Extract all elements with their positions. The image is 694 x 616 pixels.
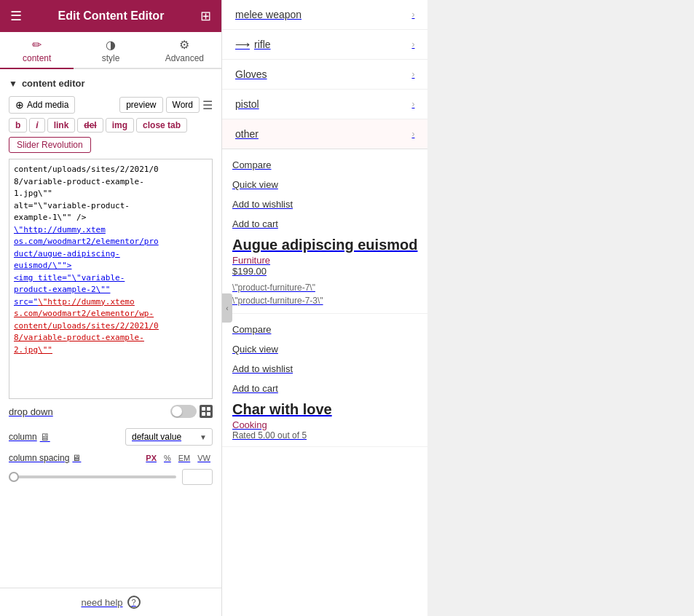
tab-advanced-label: Advanced	[165, 53, 204, 63]
menu-list: melee weapon › ⟶ rifle › Gloves › pistol…	[222, 0, 427, 149]
spacing-range-input[interactable]	[9, 475, 176, 478]
section-label: content editor	[22, 78, 85, 89]
tab-content[interactable]: ✏ content	[0, 32, 74, 69]
close-tab-button[interactable]: close tab	[136, 118, 187, 133]
lines-icon[interactable]: ☰	[202, 98, 213, 112]
product-1-image-2: \"product-furniture-7-3\"	[232, 294, 417, 307]
section-header: ▼ content editor	[9, 78, 213, 89]
unit-em[interactable]: EM	[176, 453, 193, 463]
menu-icon[interactable]: ☰	[10, 8, 22, 24]
left-panel: ☰ Edit Content Editor ⊞ ✏ content ◑ styl…	[0, 0, 222, 616]
right-panel: melee weapon › ⟶ rifle › Gloves › pistol…	[222, 0, 427, 616]
editor-toolbar: ⊕ Add media preview Word ☰	[9, 96, 213, 114]
panel-body: ▼ content editor ⊕ Add media preview Wor…	[0, 69, 221, 588]
product-2-rating: Rated 5.00 out of 5	[232, 430, 417, 441]
quick-view-action-2[interactable]: Quick view	[232, 339, 417, 359]
section-arrow[interactable]: ▼	[9, 79, 17, 89]
monitor-spacing-icon: 🖥	[72, 453, 81, 463]
tab-style-label: style	[102, 53, 120, 63]
toggle-switch[interactable]	[170, 405, 213, 418]
column-label: column 🖥	[9, 431, 125, 443]
unit-px[interactable]: PX	[143, 453, 159, 463]
column-select-wrapper: default value 1 2 3 4 ▼	[125, 428, 213, 446]
product-1-category: Furniture	[232, 255, 417, 266]
tab-advanced[interactable]: ⚙ Advanced	[148, 32, 221, 69]
unit-vw[interactable]: VW	[195, 453, 213, 463]
preview-button[interactable]: preview	[119, 97, 162, 113]
menu-item-other-label: other	[235, 128, 259, 140]
product-1-image-1: \"product-furniture-7\"	[232, 281, 417, 294]
column-select[interactable]: default value 1 2 3 4	[125, 428, 213, 446]
toggle-grid-icon	[200, 405, 213, 418]
menu-item-rifle-icon: ⟶	[235, 39, 250, 50]
compare-action-2[interactable]: Compare	[232, 320, 417, 339]
help-button[interactable]: ?	[127, 596, 141, 609]
bold-button[interactable]: b	[9, 118, 27, 133]
product-1-price: $199.00	[232, 266, 417, 277]
dropdown-row: drop down	[9, 405, 213, 418]
link-button[interactable]: link	[47, 118, 76, 133]
compare-action-1[interactable]: Compare	[232, 155, 417, 175]
spacing-number-input[interactable]	[182, 469, 213, 485]
product-2-title: Char with love	[232, 398, 417, 419]
quick-view-action-1[interactable]: Quick view	[232, 175, 417, 194]
menu-item-melee-label: melee weapon	[235, 9, 301, 20]
help-label: need help	[81, 597, 122, 608]
column-field-row: column 🖥 default value 1 2 3 4 ▼	[9, 428, 213, 446]
column-spacing-label: column spacing 🖥	[9, 453, 143, 463]
menu-item-rifle[interactable]: ⟶ rifle ›	[222, 30, 427, 60]
content-tab-icon: ✏	[32, 38, 42, 52]
advanced-tab-icon: ⚙	[179, 38, 189, 52]
tabs-bar: ✏ content ◑ style ⚙ Advanced	[0, 32, 221, 69]
menu-item-gloves-label: Gloves	[235, 68, 267, 80]
img-button[interactable]: img	[106, 118, 134, 133]
editor-text: content/uploads/sites/2/2021/0 8/variabl…	[14, 164, 208, 356]
product-1-title: Augue adipiscing euismod	[232, 234, 417, 255]
panel-header: ☰ Edit Content Editor ⊞	[0, 0, 221, 32]
add-cart-action-1[interactable]: Add to cart	[232, 214, 417, 234]
menu-item-pistol-label: pistol	[235, 98, 259, 110]
menu-item-pistol[interactable]: pistol ›	[222, 90, 427, 119]
menu-item-gloves[interactable]: Gloves ›	[222, 60, 427, 90]
add-cart-action-2[interactable]: Add to cart	[232, 379, 417, 398]
add-wishlist-action-2[interactable]: Add to wishlist	[232, 359, 417, 379]
column-spacing-row: column spacing 🖥 PX % EM VW	[9, 453, 213, 463]
product-1-section: Compare Quick view Add to wishlist Add t…	[222, 149, 427, 314]
format-buttons: b i link del img close tab	[9, 118, 213, 133]
spacing-slider-row	[9, 469, 213, 485]
toggle-thumb	[172, 406, 182, 416]
italic-button[interactable]: i	[29, 118, 44, 133]
tab-content-label: content	[23, 53, 51, 63]
unit-buttons: PX % EM VW	[143, 453, 213, 463]
del-button[interactable]: del	[77, 118, 103, 133]
chevron-right-icon-rifle: ›	[411, 39, 414, 50]
column-label-text: column	[9, 432, 37, 442]
tab-style[interactable]: ◑ style	[74, 32, 147, 69]
menu-item-melee[interactable]: melee weapon ›	[222, 0, 427, 30]
unit-percent[interactable]: %	[162, 453, 173, 463]
monitor-icon: 🖥	[40, 431, 50, 443]
help-footer: need help ?	[0, 588, 221, 616]
product-2-section: Compare Quick view Add to wishlist Add t…	[222, 314, 427, 447]
toggle-track[interactable]	[170, 405, 197, 418]
collapse-handle[interactable]: ‹	[222, 293, 232, 323]
add-media-label: Add media	[27, 100, 68, 110]
chevron-right-icon-pistol: ›	[411, 99, 414, 109]
grid-icon[interactable]: ⊞	[200, 8, 211, 24]
editor-content-area[interactable]: content/uploads/sites/2/2021/0 8/variabl…	[9, 159, 213, 399]
style-tab-icon: ◑	[106, 38, 116, 52]
slider-revolution-button[interactable]: Slider Revolution	[9, 137, 91, 153]
chevron-right-icon-other: ›	[411, 129, 414, 139]
add-media-icon: ⊕	[15, 99, 24, 111]
column-spacing-text: column spacing	[9, 453, 69, 463]
chevron-right-icon-melee: ›	[411, 9, 414, 20]
product-2-category: Cooking	[232, 419, 417, 430]
menu-item-other[interactable]: other ›	[222, 119, 427, 149]
page-title: Edit Content Editor	[58, 9, 165, 23]
word-button[interactable]: Word	[166, 97, 200, 113]
chevron-right-icon-gloves: ›	[411, 69, 414, 79]
add-wishlist-action-1[interactable]: Add to wishlist	[232, 194, 417, 214]
add-media-button[interactable]: ⊕ Add media	[9, 96, 75, 114]
dropdown-label: drop down	[9, 406, 53, 417]
menu-item-rifle-label: rifle	[254, 39, 271, 50]
